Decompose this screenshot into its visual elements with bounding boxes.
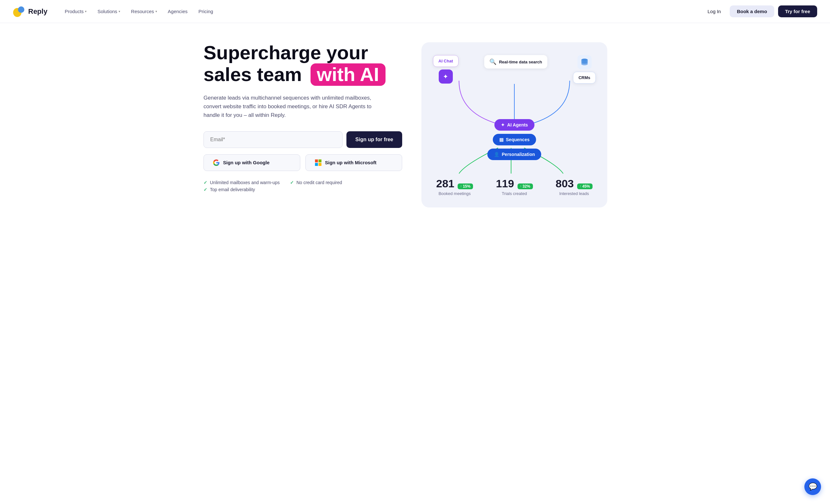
svg-point-10 — [581, 63, 588, 65]
nav-products[interactable]: Products ▾ — [60, 6, 91, 16]
diagram-container: AI Chat ✦ 🔍 Real-time data search — [433, 55, 596, 196]
realtime-inner: 🔍 Real-time data search — [489, 58, 542, 65]
bullet-mailboxes: ✓ Unlimited mailboxes and warm-ups — [203, 180, 280, 185]
svg-rect-2 — [315, 159, 318, 162]
personalization-label: Personalization — [502, 152, 535, 157]
login-button[interactable]: Log In — [702, 6, 726, 16]
crms-label: CRMs — [578, 75, 590, 80]
google-signup-label: Sign up with Google — [223, 160, 269, 165]
ai-chat-label: AI Chat — [438, 59, 453, 63]
realtime-search-bubble: 🔍 Real-time data search — [484, 55, 547, 69]
agents-icon: ✦ — [501, 122, 505, 128]
stat-label-booked: Booked meetings — [436, 191, 473, 196]
diagram-middle: ✦ AI Agents ▤ Sequences 👤 Personalizatio… — [487, 119, 541, 160]
bullet-row-1: ✓ Unlimited mailboxes and warm-ups ✓ No … — [203, 180, 402, 185]
hero-section: Supercharge your sales team with AI Gene… — [191, 23, 639, 220]
diagram-stats: 281 ↑ 15% Booked meetings 119 ↑ 32% — [433, 177, 596, 196]
sequences-label: Sequences — [506, 137, 530, 142]
nav-resources[interactable]: Resources ▾ — [127, 6, 161, 16]
svg-point-1 — [18, 6, 24, 13]
logo-link[interactable]: Reply — [13, 5, 47, 18]
stat-booked-meetings: 281 ↑ 15% Booked meetings — [436, 177, 473, 196]
stat-badge-booked: ↑ 15% — [458, 183, 473, 189]
hero-subtitle: Generate leads via multichannel sequence… — [203, 94, 383, 120]
social-buttons: Sign up with Google Sign up with Microso… — [203, 154, 402, 171]
crm-icon — [577, 55, 592, 69]
hero-title-highlight: with AI — [311, 63, 385, 86]
nav-pricing[interactable]: Pricing — [194, 6, 218, 16]
stat-trials: 119 ↑ 32% Trials created — [496, 177, 533, 196]
ai-chat-icon: ✦ — [439, 69, 453, 83]
stat-num-trials: 119 ↑ 32% — [496, 177, 533, 190]
search-icon: 🔍 — [489, 58, 497, 65]
logo-icon — [13, 5, 25, 18]
hero-left: Supercharge your sales team with AI Gene… — [203, 42, 402, 192]
logo-text: Reply — [28, 7, 47, 16]
stat-label-trials: Trials created — [496, 191, 533, 196]
email-input[interactable] — [203, 131, 343, 148]
bullet-no-credit: ✓ No credit card required — [290, 180, 342, 185]
hero-title-line1: Supercharge your — [203, 42, 368, 63]
sparkle-icon: ✦ — [443, 73, 448, 80]
crms-block: CRMs — [573, 55, 596, 83]
try-free-button[interactable]: Try for free — [778, 5, 817, 17]
bullet-row-2: ✓ Top email deliverability — [203, 187, 402, 192]
hero-diagram: AI Chat ✦ 🔍 Real-time data search — [421, 42, 607, 207]
stat-interested-leads: 803 ↑ 45% Interested leads — [556, 177, 593, 196]
chevron-down-icon: ▾ — [155, 10, 157, 13]
stat-label-leads: Interested leads — [556, 191, 593, 196]
realtime-label: Real-time data search — [499, 60, 542, 64]
stat-badge-trials: ↑ 32% — [517, 183, 533, 189]
chevron-down-icon: ▾ — [85, 10, 87, 13]
hero-email-row: Sign up for free — [203, 131, 402, 148]
signup-free-button[interactable]: Sign up for free — [346, 131, 402, 148]
check-icon: ✓ — [203, 180, 208, 185]
sequences-pill: ▤ Sequences — [493, 134, 536, 145]
svg-rect-4 — [315, 163, 318, 166]
nav-agencies[interactable]: Agencies — [163, 6, 192, 16]
stat-badge-leads: ↑ 45% — [577, 183, 593, 189]
google-signup-button[interactable]: Sign up with Google — [203, 154, 300, 171]
personalization-pill: 👤 Personalization — [487, 148, 541, 160]
svg-rect-5 — [319, 163, 321, 166]
diagram-top-row: AI Chat ✦ 🔍 Real-time data search — [433, 55, 596, 83]
stat-num-booked: 281 ↑ 15% — [436, 177, 473, 190]
ai-chat-block: AI Chat ✦ — [433, 55, 458, 83]
hero-title-line2: sales team — [203, 64, 302, 85]
microsoft-icon — [315, 159, 322, 166]
microsoft-signup-button[interactable]: Sign up with Microsoft — [306, 154, 402, 171]
hero-title: Supercharge your sales team with AI — [203, 42, 402, 86]
nav-solutions[interactable]: Solutions ▾ — [93, 6, 125, 16]
ai-agents-pill: ✦ AI Agents — [494, 119, 535, 131]
personalization-icon: 👤 — [494, 152, 499, 157]
microsoft-signup-label: Sign up with Microsoft — [325, 160, 377, 165]
hero-bullets: ✓ Unlimited mailboxes and warm-ups ✓ No … — [203, 180, 402, 192]
agents-label: AI Agents — [507, 122, 528, 128]
book-demo-button[interactable]: Book a demo — [730, 5, 774, 17]
database-icon — [580, 58, 589, 67]
navbar: Reply Products ▾ Solutions ▾ Resources ▾… — [0, 0, 830, 23]
crms-bubble: CRMs — [573, 72, 596, 83]
check-icon: ✓ — [290, 180, 294, 185]
check-icon: ✓ — [203, 187, 208, 192]
svg-rect-3 — [319, 159, 321, 162]
bullet-email-delivery: ✓ Top email deliverability — [203, 187, 255, 192]
nav-actions: Log In Book a demo Try for free — [702, 5, 817, 17]
stat-num-leads: 803 ↑ 45% — [556, 177, 593, 190]
ai-chat-bubble: AI Chat — [433, 55, 458, 67]
nav-links: Products ▾ Solutions ▾ Resources ▾ Agenc… — [60, 6, 702, 16]
google-icon — [213, 159, 220, 166]
sequences-icon: ▤ — [499, 137, 504, 142]
chevron-down-icon: ▾ — [119, 10, 120, 13]
